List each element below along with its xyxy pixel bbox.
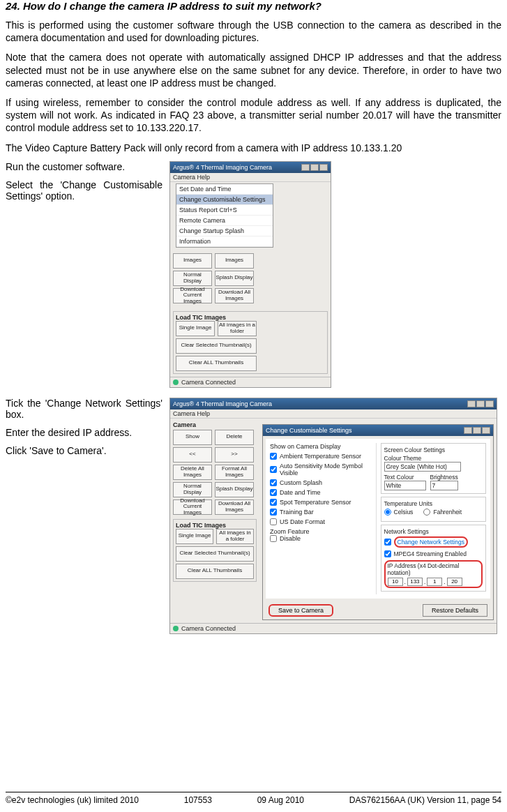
chk-datetime[interactable]: Date and Time (270, 489, 376, 496)
camera-menu-dropdown[interactable]: Set Date and Time Change Customisable Se… (176, 183, 273, 248)
btn-back[interactable]: << (173, 447, 212, 463)
step-2-row: Tick the 'Change Network Settings' box. … (6, 398, 501, 634)
show-on-display-label: Show on Camera Display (270, 443, 376, 450)
chk-change-network[interactable]: Change Network Settings (384, 536, 483, 548)
footer-docnum: 107553 (184, 795, 212, 805)
temp-legend: Temperature Units (384, 500, 483, 507)
chk-ambient[interactable]: Ambient Temperature Sensor (270, 453, 376, 460)
chk-zoom-disable[interactable]: Disable (270, 535, 376, 542)
menu-information[interactable]: Information (176, 236, 273, 247)
btn-single[interactable]: Single Image (176, 321, 215, 336)
settings-dialog: Change Customisable Settings Show on Cam… (262, 424, 494, 620)
footer-date: 09 Aug 2010 (257, 795, 304, 805)
load-tic-label: Load TIC Images (176, 314, 325, 321)
btn-show[interactable]: Show (173, 430, 212, 445)
window-buttons[interactable] (301, 164, 328, 171)
ip-octet-1[interactable] (388, 578, 403, 586)
step-1-row: Run the customer software. Select the 'C… (6, 161, 501, 388)
btn-clearall-2[interactable]: Clear ALL Thumbnails (176, 564, 254, 579)
ip-octet-2[interactable] (407, 578, 423, 586)
window-buttons-2[interactable] (467, 400, 494, 407)
ctheme-combo[interactable]: Grey Scale (White Hot) (384, 462, 461, 472)
scs-legend: Screen Colour Settings (384, 446, 483, 453)
btn-dlcur-2[interactable]: Download Current Images (173, 499, 212, 515)
btn-delete[interactable]: Delete (215, 430, 254, 445)
footer-copyright: ©e2v technologies (uk) limited 2010 (6, 795, 139, 805)
window-title-2: Argus® 4 Thermal Imaging Camera (173, 400, 272, 407)
save-to-camera-button[interactable]: Save to Camera (268, 604, 333, 617)
chk-training[interactable]: Training Bar (270, 509, 376, 516)
ip-octet-3[interactable] (427, 578, 442, 586)
dialog-winbtns[interactable] (464, 427, 490, 434)
btn-dlcur[interactable]: Download Current Images (173, 288, 212, 303)
window-title: Argus® 4 Thermal Imaging Camera (173, 164, 272, 171)
restore-defaults-button[interactable]: Restore Defaults (423, 604, 487, 617)
btn-allfolder-2[interactable]: All images in a folder (216, 529, 254, 544)
status-text: Camera Connected (181, 379, 236, 386)
paragraph-3: If using wireless, remember to consider … (6, 96, 501, 135)
statusbar: Camera Connected (170, 377, 331, 387)
screenshot-1: Argus® 4 Thermal Imaging Camera Camera H… (169, 161, 331, 388)
paragraph-1: This is performed using the customer sof… (6, 19, 501, 44)
menu-status-report[interactable]: Status Report Ctrl+S (176, 205, 273, 216)
btn-splash[interactable]: Splash Display (215, 271, 254, 286)
dialog-title: Change Customisable Settings (266, 427, 352, 434)
chk-mpeg4[interactable]: MPEG4 Streaming Enabled (384, 550, 483, 557)
menu-change-splash[interactable]: Change Startup Splash (176, 226, 273, 236)
bright-combo[interactable]: 7 (430, 481, 458, 490)
menubar-2[interactable]: Camera Help (170, 409, 497, 419)
footer-version: DAS762156AA (UK) Version 11, page 54 (349, 795, 501, 805)
btn-dlall-2[interactable]: Download All Images (215, 499, 254, 515)
btn-clearsel[interactable]: Clear Selected Thumbnail(s) (176, 338, 257, 354)
chk-usdate[interactable]: US Date Format (270, 518, 376, 525)
step2-text-a: Tick the 'Change Network Settings' box. (6, 398, 162, 420)
status-text-2: Camera Connected (181, 625, 236, 632)
btn-allfolder[interactable]: All images in a folder (218, 321, 257, 336)
btn-images[interactable]: Images (173, 253, 212, 269)
ip-label: IP Address (x4 Dot-decimal notation) (388, 562, 480, 576)
menu-change-settings[interactable]: Change Customisable Settings (176, 195, 273, 205)
btn-delall[interactable]: Delete All Images (173, 465, 212, 480)
menu-remote-camera[interactable]: Remote Camera (176, 216, 273, 226)
screen-colour-group: Screen Colour Settings Colour Theme Grey… (381, 443, 487, 494)
window-titlebar: Argus® 4 Thermal Imaging Camera (170, 162, 331, 173)
txtcol-combo[interactable]: White (384, 481, 426, 490)
camera-group-label: Camera (173, 421, 257, 428)
step2-text-c: Click 'Save to Camera'. (6, 445, 162, 456)
left-panel: Camera ShowDelete <<>> Delete All Images… (170, 419, 259, 623)
btn-splash-2[interactable]: Splash Display (215, 482, 254, 497)
btn-clearsel-2[interactable]: Clear Selected Thumbnail(s) (176, 546, 254, 562)
page-footer: ©e2v technologies (uk) limited 2010 1075… (6, 792, 501, 805)
menu-set-date[interactable]: Set Date and Time (176, 184, 273, 195)
ip-input-row[interactable]: . . . (388, 578, 480, 586)
bright-label: Brightness (430, 474, 458, 481)
status-dot-icon (173, 379, 179, 385)
menubar[interactable]: Camera Help (170, 173, 331, 182)
step2-text-b: Enter the desired IP address. (6, 427, 162, 438)
btn-normal-2[interactable]: Normal Display (173, 482, 212, 497)
chk-autosens[interactable]: Auto Sensitivity Mode Symbol Visible (270, 463, 376, 476)
status-dot-icon-2 (173, 626, 179, 631)
sidebar: ImagesImages Normal DisplaySplash Displa… (170, 250, 331, 308)
btn-fwd[interactable]: >> (215, 447, 254, 463)
ip-octet-4[interactable] (447, 578, 462, 586)
btn-images-2[interactable]: Images (215, 253, 254, 269)
statusbar-2: Camera Connected (170, 623, 497, 633)
zoom-label: Zoom Feature (270, 528, 376, 535)
radio-celsius[interactable]: Celsius Fahrenheit (384, 509, 483, 516)
btn-single-2[interactable]: Single Image (176, 529, 213, 544)
paragraph-2: Note that the camera does not operate wi… (6, 51, 501, 89)
txtcol-label: Text Colour (384, 474, 426, 481)
paragraph-4: The Video Capture Battery Pack will only… (6, 142, 501, 154)
btn-normal[interactable]: Normal Display (173, 271, 212, 286)
chk-splash[interactable]: Custom Splash (270, 479, 376, 486)
btn-dlall[interactable]: Download All Images (215, 288, 254, 303)
load-tic-label-2: Load TIC Images (176, 522, 254, 529)
btn-fmtall[interactable]: Format All Images (215, 465, 254, 480)
chk-spot[interactable]: Spot Temperature Sensor (270, 499, 376, 506)
step1-text-a: Run the customer software. (6, 161, 162, 172)
load-tic-group: Load TIC Images Single ImageAll images i… (173, 311, 328, 374)
ctheme-label: Colour Theme (384, 455, 483, 462)
btn-clearall[interactable]: Clear ALL Thumbnails (176, 356, 257, 371)
screenshot-2: Argus® 4 Thermal Imaging Camera Camera H… (169, 398, 497, 634)
